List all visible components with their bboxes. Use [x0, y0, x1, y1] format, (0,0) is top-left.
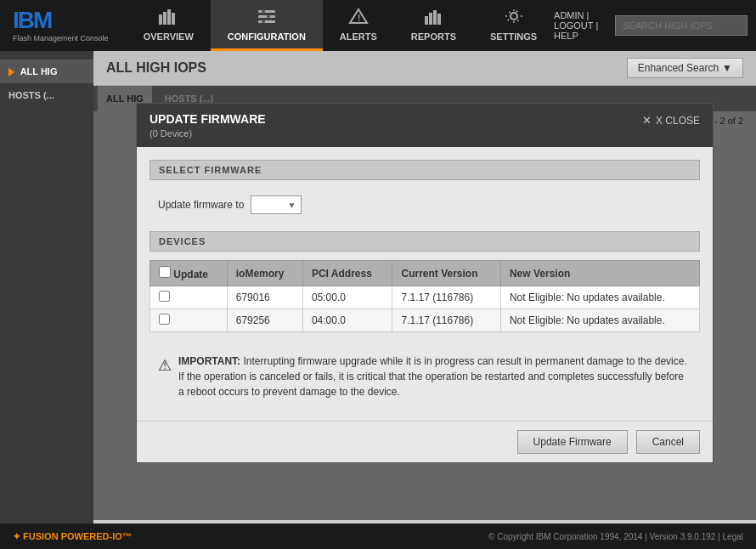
row1-checkbox[interactable] [159, 291, 170, 302]
logout-link[interactable]: LOGOUT [554, 20, 593, 31]
svg-rect-13 [429, 13, 432, 25]
modal-header: UPDATE FIRMWARE (0 Device) ✕ X CLOSE [137, 104, 713, 147]
svg-rect-0 [159, 14, 162, 25]
svg-point-7 [262, 9, 265, 13]
select-all-checkbox[interactable] [159, 266, 171, 278]
sidebar-item-hosts[interactable]: HOSTS (... [0, 83, 93, 107]
nav-tabs: OVERVIEW CONFIGURATION ! ALERTS REPORTS … [127, 0, 554, 51]
select-firmware-header: SELECT FIRMWARE [150, 160, 700, 180]
dropdown-chevron-icon: ▼ [287, 201, 296, 210]
help-link[interactable]: HELP [554, 31, 578, 41]
configuration-icon [257, 8, 277, 29]
svg-rect-2 [167, 9, 171, 25]
row2-update-cell [150, 309, 228, 332]
svg-rect-14 [433, 10, 437, 25]
update-firmware-button[interactable]: Update Firmware [517, 430, 628, 454]
svg-rect-6 [258, 20, 275, 23]
footer-links: © Copyright IBM Corporation 1994, 2014 |… [488, 532, 743, 541]
col-current-version: Current Version [392, 261, 500, 286]
col-new-version: New Version [500, 261, 699, 286]
warning-text: IMPORTANT: Interrupting firmware upgrade… [178, 354, 691, 399]
top-right-area: ADMIN | LOGOUT | HELP [554, 10, 748, 41]
row2-checkbox[interactable] [159, 314, 170, 325]
devices-header: DEVICES [150, 231, 700, 252]
search-input[interactable] [615, 15, 748, 36]
devices-section: DEVICES Update ioMemory [150, 231, 700, 332]
svg-rect-4 [258, 10, 275, 13]
logo-area: IBM Flash Management Console [8, 8, 127, 42]
alerts-icon: ! [348, 8, 369, 29]
ibm-logo: IBM [13, 8, 51, 32]
update-firmware-modal: UPDATE FIRMWARE (0 Device) ✕ X CLOSE SEL… [136, 103, 714, 463]
top-navigation-bar: IBM Flash Management Console OVERVIEW CO… [0, 0, 756, 51]
tab-settings[interactable]: SETTINGS [473, 0, 554, 51]
close-x-icon: ✕ [642, 114, 652, 127]
content-header: ALL HIGH IOPS Enhanced Search ▼ [93, 51, 756, 86]
fusion-logo: ✦ FUSION POWERED-IO™ [13, 531, 132, 542]
row1-current-version: 7.1.17 (116786) [392, 286, 500, 309]
overview-icon [158, 8, 178, 29]
firmware-select-row: Update firmware to ▼ [150, 189, 700, 227]
console-label: Flash Management Console [13, 34, 109, 42]
page-title: ALL HIGH IOPS [106, 60, 206, 76]
footer-logo: ✦ FUSION POWERED-IO™ [13, 531, 132, 542]
devices-table: Update ioMemory PCI Address Current Vers… [150, 260, 700, 332]
dropdown-arrow-icon: ▼ [722, 62, 732, 74]
tab-configuration[interactable]: CONFIGURATION [211, 0, 323, 51]
sidebar-item-all-hig[interactable]: ALL HIG [0, 59, 93, 83]
tab-reports[interactable]: REPORTS [394, 0, 473, 51]
table-row: 679016 05:00.0 7.1.17 (116786) Not Eligi… [150, 286, 700, 309]
modal-footer: Update Firmware Cancel [137, 421, 713, 462]
content-body-wrapper: ALL HIG HOSTS (...) Displaying 1 - 2 of … [93, 86, 756, 520]
cancel-button[interactable]: Cancel [636, 430, 700, 454]
tab-overview[interactable]: OVERVIEW [127, 0, 211, 51]
row1-iomemory: 679016 [227, 286, 302, 309]
footer: ✦ FUSION POWERED-IO™ © Copyright IBM Cor… [0, 524, 756, 549]
svg-point-9 [262, 20, 265, 23]
enhanced-search-button[interactable]: Enhanced Search ▼ [627, 58, 743, 78]
firmware-dropdown[interactable]: ▼ [251, 195, 302, 214]
svg-text:!: ! [358, 14, 360, 23]
row2-current-version: 7.1.17 (116786) [392, 309, 500, 332]
admin-link[interactable]: ADMIN [554, 10, 584, 20]
main-container: ALL HIG HOSTS (... ALL HIGH IOPS Enhance… [0, 51, 756, 524]
table-row: 679256 04:00.0 7.1.17 (116786) Not Eligi… [150, 309, 700, 332]
row2-iomemory: 679256 [227, 309, 302, 332]
modal-body: SELECT FIRMWARE Update firmware to ▼ DEV… [137, 147, 713, 421]
important-label: IMPORTANT: [178, 355, 240, 367]
svg-point-16 [511, 13, 517, 20]
settings-icon [504, 8, 524, 29]
svg-rect-12 [425, 16, 428, 25]
row1-update-cell [150, 286, 228, 309]
svg-rect-3 [172, 13, 175, 25]
col-pci-address: PCI Address [302, 261, 392, 286]
admin-links: ADMIN | LOGOUT | HELP [554, 10, 606, 41]
modal-close-button[interactable]: ✕ X CLOSE [642, 112, 700, 127]
col-iomemory: ioMemory [227, 261, 302, 286]
row2-new-version: Not Eligible: No updates available. [500, 309, 699, 332]
row1-pci: 05:00.0 [302, 286, 392, 309]
svg-point-8 [267, 14, 270, 18]
modal-subtitle: (0 Device) [150, 128, 266, 139]
col-update: Update [150, 261, 228, 286]
warning-area: ⚠ IMPORTANT: Interrupting firmware upgra… [150, 345, 700, 408]
content-wrapper: ALL HIG HOSTS (... ALL HIGH IOPS Enhance… [0, 51, 756, 524]
arrow-icon [8, 68, 14, 76]
reports-icon [423, 8, 443, 29]
firmware-select-label: Update firmware to [158, 199, 244, 211]
row2-pci: 04:00.0 [302, 309, 392, 332]
modal-title-area: UPDATE FIRMWARE (0 Device) [150, 112, 266, 139]
modal-title: UPDATE FIRMWARE [150, 112, 266, 126]
row1-new-version: Not Eligible: No updates available. [500, 286, 699, 309]
svg-rect-15 [437, 14, 441, 25]
sidebar: ALL HIG HOSTS (... [0, 51, 93, 524]
tab-alerts[interactable]: ! ALERTS [323, 0, 394, 51]
warning-triangle-icon: ⚠ [158, 354, 172, 377]
svg-rect-1 [163, 12, 166, 25]
content-area: ALL HIGH IOPS Enhanced Search ▼ ALL HIG … [93, 51, 756, 524]
